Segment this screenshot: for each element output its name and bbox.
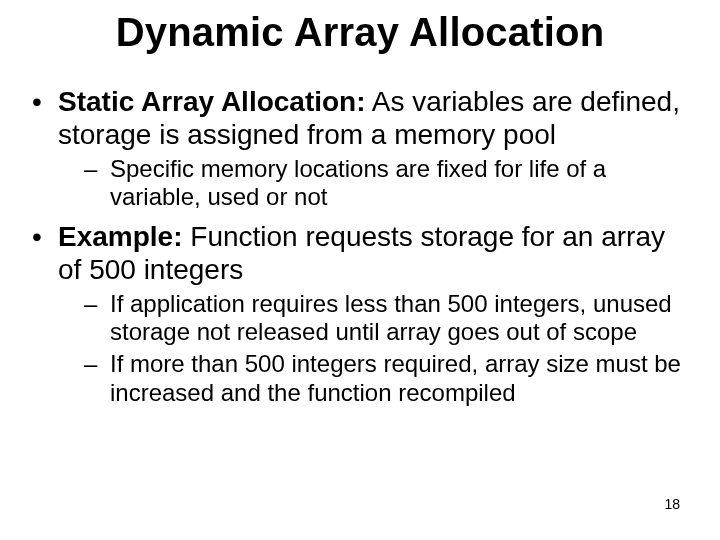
- slide-title: Dynamic Array Allocation: [0, 10, 720, 55]
- sub-bullet: If more than 500 integers required, arra…: [58, 350, 690, 407]
- sub-bullet: If application requires less than 500 in…: [58, 290, 690, 347]
- bullet-example: Example: Function requests storage for a…: [30, 220, 690, 407]
- slide-body: Static Array Allocation: As variables ar…: [30, 85, 690, 415]
- bullet-strong: Example:: [58, 221, 183, 252]
- bullet-static-array: Static Array Allocation: As variables ar…: [30, 85, 690, 212]
- sub-bullet: Specific memory locations are fixed for …: [58, 155, 690, 212]
- bullet-sublist: If application requires less than 500 in…: [58, 290, 690, 407]
- bullet-strong: Static Array Allocation:: [58, 86, 366, 117]
- bullet-sublist: Specific memory locations are fixed for …: [58, 155, 690, 212]
- slide: Dynamic Array Allocation Static Array Al…: [0, 0, 720, 540]
- page-number: 18: [664, 496, 680, 512]
- bullet-list-level1: Static Array Allocation: As variables ar…: [30, 85, 690, 407]
